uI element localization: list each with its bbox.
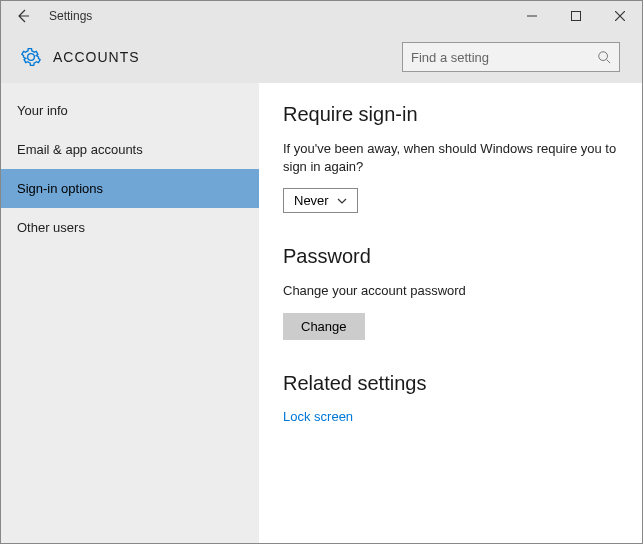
- section-title: ACCOUNTS: [53, 49, 140, 65]
- password-description: Change your account password: [283, 282, 618, 300]
- main-content: Require sign-in If you've been away, whe…: [259, 83, 642, 543]
- maximize-button[interactable]: [554, 1, 598, 31]
- lock-screen-link[interactable]: Lock screen: [283, 409, 618, 424]
- require-signin-description: If you've been away, when should Windows…: [283, 140, 618, 176]
- search-icon: [597, 50, 611, 64]
- close-icon: [615, 11, 625, 21]
- related-settings-heading: Related settings: [283, 372, 618, 395]
- svg-point-1: [599, 52, 608, 61]
- require-signin-dropdown[interactable]: Never: [283, 188, 358, 213]
- minimize-button[interactable]: [510, 1, 554, 31]
- header-bar: ACCOUNTS: [1, 31, 642, 83]
- search-box[interactable]: [402, 42, 620, 72]
- chevron-down-icon: [337, 198, 347, 204]
- close-button[interactable]: [598, 1, 642, 31]
- maximize-icon: [571, 11, 581, 21]
- change-password-button[interactable]: Change: [283, 313, 365, 340]
- sidebar-item-sign-in-options[interactable]: Sign-in options: [1, 169, 259, 208]
- settings-gear-icon: [21, 47, 41, 67]
- sidebar-item-email-accounts[interactable]: Email & app accounts: [1, 130, 259, 169]
- sidebar-item-your-info[interactable]: Your info: [1, 91, 259, 130]
- password-heading: Password: [283, 245, 618, 268]
- require-signin-heading: Require sign-in: [283, 103, 618, 126]
- back-arrow-icon: [15, 8, 31, 24]
- svg-rect-0: [572, 12, 581, 21]
- window-title: Settings: [49, 9, 92, 23]
- sidebar: Your info Email & app accounts Sign-in o…: [1, 83, 259, 543]
- search-input[interactable]: [411, 50, 597, 65]
- back-button[interactable]: [11, 8, 35, 24]
- dropdown-selected-value: Never: [294, 193, 329, 208]
- title-bar: Settings: [1, 1, 642, 31]
- sidebar-item-other-users[interactable]: Other users: [1, 208, 259, 247]
- minimize-icon: [527, 11, 537, 21]
